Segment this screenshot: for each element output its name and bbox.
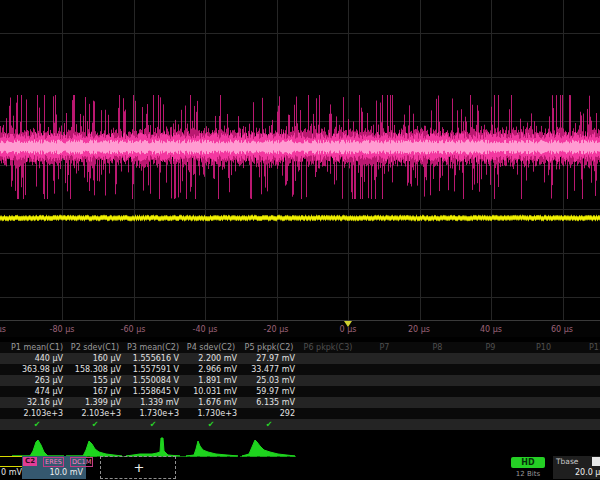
- table-row-max: 474 µV 167 µV 1.558645 V 10.031 mV 59.97…: [0, 386, 600, 397]
- status-check-icon: ✔: [124, 419, 182, 430]
- table-row-num: 2.103e+3 2.103e+3 1.730e+3 1.730e+3 292: [0, 408, 600, 419]
- status-check-icon: ✔: [182, 419, 240, 430]
- waveform-graticule[interactable]: [0, 0, 600, 320]
- hd-mode-badge: HD: [511, 457, 545, 468]
- num-cell: 1.730e+3: [182, 408, 240, 419]
- channel-c2-label: C2: [23, 457, 37, 466]
- time-tick: -40 µs: [193, 325, 218, 334]
- max-cell: 167 µV: [66, 386, 124, 397]
- channel-c2-coupling-badge: DC1M: [70, 457, 93, 467]
- channel-c2-scale: 10.0 mV: [22, 467, 86, 479]
- max-cell: 474 µV: [8, 386, 66, 397]
- value-cell: 160 µV: [66, 353, 124, 364]
- time-axis: -100 µs -80 µs -60 µs -40 µs -20 µs 0 µs…: [0, 320, 600, 337]
- sdev-cell: 32.16 µV: [8, 397, 66, 408]
- sdev-cell: 1.399 µV: [66, 397, 124, 408]
- histicon: [66, 441, 122, 456]
- status-check-icon: ✔: [240, 419, 298, 430]
- timebase-delay-field: [592, 457, 600, 466]
- table-row-sdev: 32.16 µV 1.399 µV 1.339 mV 1.676 mV 6.13…: [0, 397, 600, 408]
- measurement-table: P1 mean(C1) P2 sdev(C1) P3 mean(C2) P4 s…: [0, 342, 600, 430]
- max-cell: 10.031 mV: [182, 386, 240, 397]
- channel-c1-scale: 0 mV: [0, 467, 22, 479]
- add-trace-box[interactable]: +: [100, 456, 176, 479]
- timebase-label: Tbase: [556, 457, 578, 467]
- num-cell: 292: [240, 408, 298, 419]
- table-row-value: 440 µV 160 µV 1.555616 V 2.200 mV 27.97 …: [0, 353, 600, 364]
- histicon: [12, 440, 64, 456]
- time-tick: -100 µs: [0, 325, 6, 334]
- value-cell: 440 µV: [8, 353, 66, 364]
- time-tick: -20 µs: [264, 325, 289, 334]
- time-tick: -80 µs: [50, 325, 75, 334]
- time-tick: 20 µs: [408, 325, 430, 334]
- param-header-p11[interactable]: P11: [570, 342, 600, 353]
- channel-c2-badges: C2 ERES DC1M: [22, 456, 86, 467]
- min-cell: 263 µV: [8, 375, 66, 386]
- value-cell: 27.97 mV: [240, 353, 298, 364]
- oscilloscope-screen: -100 µs -80 µs -60 µs -40 µs -20 µs 0 µs…: [0, 0, 600, 480]
- mean-cell: 363.98 µV: [8, 364, 66, 375]
- trigger-position-marker[interactable]: [344, 321, 352, 327]
- param-header-p1[interactable]: P1 mean(C1): [8, 342, 66, 353]
- min-cell: 1.891 mV: [182, 375, 240, 386]
- table-row-status: ✔ ✔ ✔ ✔ ✔: [0, 419, 600, 430]
- time-tick: 40 µs: [480, 325, 502, 334]
- value-cell: 2.200 mV: [182, 353, 240, 364]
- mean-cell: 1.557591 V: [124, 364, 182, 375]
- status-check-icon: ✔: [66, 419, 124, 430]
- param-header-p7[interactable]: P7: [358, 342, 411, 353]
- mean-cell: 158.308 µV: [66, 364, 124, 375]
- param-header-p8[interactable]: P8: [411, 342, 464, 353]
- time-tick: 60 µs: [551, 325, 573, 334]
- num-cell: 1.730e+3: [124, 408, 182, 419]
- timebase-descriptor[interactable]: Tbase 20.0 µs: [553, 456, 600, 479]
- hd-bits-label: 12 Bits: [508, 469, 548, 480]
- mean-cell: 33.477 mV: [240, 364, 298, 375]
- table-header-row: P1 mean(C1) P2 sdev(C1) P3 mean(C2) P4 s…: [0, 342, 600, 353]
- mean-cell: 2.966 mV: [182, 364, 240, 375]
- param-header-p4[interactable]: P4 sdev(C2): [182, 342, 240, 353]
- num-cell: 2.103e+3: [8, 408, 66, 419]
- num-cell: 2.103e+3: [66, 408, 124, 419]
- timebase-scale: 20.0 µs: [575, 467, 600, 479]
- table-row-min: 263 µV 155 µV 1.550084 V 1.891 mV 25.03 …: [0, 375, 600, 386]
- max-cell: 1.558645 V: [124, 386, 182, 397]
- sdev-cell: 6.135 mV: [240, 397, 298, 408]
- min-cell: 155 µV: [66, 375, 124, 386]
- sdev-cell: 1.676 mV: [182, 397, 240, 408]
- param-header-p2[interactable]: P2 sdev(C1): [66, 342, 124, 353]
- max-cell: 59.97 mV: [240, 386, 298, 397]
- channel-c2-eres-badge: ERES: [43, 457, 64, 467]
- param-header-p9[interactable]: P9: [464, 342, 517, 353]
- min-cell: 25.03 mV: [240, 375, 298, 386]
- table-row-mean: 363.98 µV 158.308 µV 1.557591 V 2.966 mV…: [0, 364, 600, 375]
- min-cell: 1.550084 V: [124, 375, 182, 386]
- param-header-p10[interactable]: P10: [517, 342, 570, 353]
- histicon: [242, 440, 295, 456]
- histicon: [126, 438, 180, 456]
- sdev-cell: 1.339 mV: [124, 397, 182, 408]
- histicon: [186, 441, 238, 456]
- param-header-p6[interactable]: P6 pkpk(C3): [298, 342, 358, 353]
- param-header-p3[interactable]: P3 mean(C2): [124, 342, 182, 353]
- value-cell: 1.555616 V: [124, 353, 182, 364]
- channel-c2-descriptor[interactable]: C2 ERES DC1M 10.0 mV: [22, 456, 86, 479]
- time-tick: -60 µs: [121, 325, 146, 334]
- plus-icon: +: [101, 457, 177, 480]
- status-check-icon: ✔: [8, 419, 66, 430]
- param-header-p5[interactable]: P5 pkpk(C2): [240, 342, 298, 353]
